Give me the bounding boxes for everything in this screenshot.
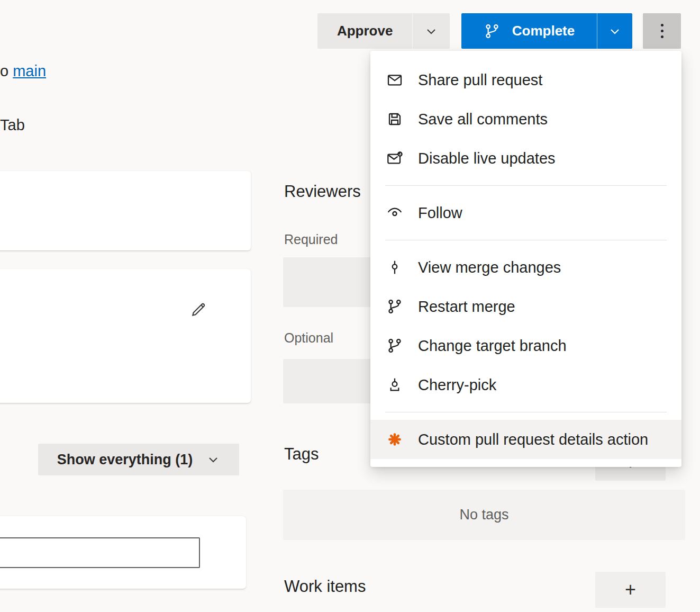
into-text-fragment: o [0, 62, 8, 79]
complete-button[interactable]: Complete [461, 13, 597, 49]
menu-item-change-target-branch[interactable]: Change target branch [370, 326, 681, 365]
menu-item-label: Share pull request [418, 71, 542, 89]
menu-item-label: Change target branch [418, 337, 567, 355]
branch-icon [484, 23, 501, 40]
chevron-down-icon [206, 453, 220, 466]
vertical-ellipsis-icon [661, 24, 663, 38]
approve-button[interactable]: Approve [317, 13, 412, 49]
extension-icon [385, 431, 404, 448]
approve-split-button: Approve [317, 13, 450, 49]
approve-button-label: Approve [337, 23, 393, 39]
target-branch-link[interactable]: main [13, 62, 46, 79]
menu-divider [385, 412, 667, 412]
tab-text-fragment: Tab [0, 116, 25, 134]
tags-title: Tags [284, 445, 319, 464]
more-actions-menu: Share pull request Save all comments Dis… [370, 51, 681, 467]
eye-icon [385, 204, 404, 221]
reviewers-title: Reviewers [284, 182, 361, 201]
commit-icon [385, 259, 404, 276]
optional-label: Optional [284, 330, 333, 346]
description-card [0, 269, 251, 403]
menu-item-label: Follow [418, 204, 462, 222]
approve-dropdown-button[interactable] [412, 13, 450, 49]
branch-icon [385, 337, 404, 354]
breadcrumb: o main [0, 62, 46, 80]
complete-split-button: Complete [461, 13, 632, 49]
menu-item-follow[interactable]: Follow [370, 193, 681, 232]
more-actions-button[interactable] [643, 13, 681, 49]
branch-icon [385, 298, 404, 315]
add-work-item-button[interactable]: + [595, 572, 666, 608]
no-tags-box: No tags [283, 490, 685, 540]
menu-item-cherry-pick[interactable]: Cherry-pick [370, 365, 681, 404]
chevron-down-icon [424, 24, 438, 38]
required-label: Required [284, 232, 338, 247]
menu-item-label: Save all comments [418, 111, 548, 128]
menu-divider [385, 185, 667, 186]
menu-item-label: Custom pull request details action [418, 431, 648, 448]
work-items-title: Work items [284, 577, 366, 596]
no-tags-text: No tags [459, 507, 508, 523]
cherry-pick-icon [385, 376, 404, 393]
menu-divider [385, 240, 667, 240]
menu-item-label: Disable live updates [418, 150, 556, 167]
menu-item-save-all-comments[interactable]: Save all comments [370, 100, 681, 139]
comment-card [0, 516, 246, 589]
edit-pencil-icon[interactable] [189, 301, 207, 319]
complete-dropdown-button[interactable] [597, 13, 632, 49]
mail-badge-icon [385, 150, 404, 167]
plus-icon: + [625, 579, 636, 601]
show-everything-label: Show everything (1) [57, 452, 193, 468]
mail-icon [385, 71, 404, 88]
menu-item-disable-live-updates[interactable]: Disable live updates [370, 139, 681, 178]
complete-button-label: Complete [512, 23, 575, 39]
pull-request-page: Approve Complete o main Tab [0, 0, 700, 612]
chevron-down-icon [608, 24, 622, 38]
summary-card [0, 171, 251, 250]
menu-item-label: Restart merge [418, 298, 515, 316]
comment-input[interactable] [0, 537, 200, 568]
save-icon [385, 111, 404, 128]
menu-item-restart-merge[interactable]: Restart merge [370, 287, 681, 326]
menu-item-label: Cherry-pick [418, 376, 496, 394]
show-everything-dropdown[interactable]: Show everything (1) [38, 444, 239, 475]
menu-item-share-pull-request[interactable]: Share pull request [370, 60, 681, 100]
menu-item-label: View merge changes [418, 259, 561, 276]
menu-item-custom-pull-request-details-action[interactable]: Custom pull request details action [370, 420, 681, 459]
menu-item-view-merge-changes[interactable]: View merge changes [370, 248, 681, 287]
